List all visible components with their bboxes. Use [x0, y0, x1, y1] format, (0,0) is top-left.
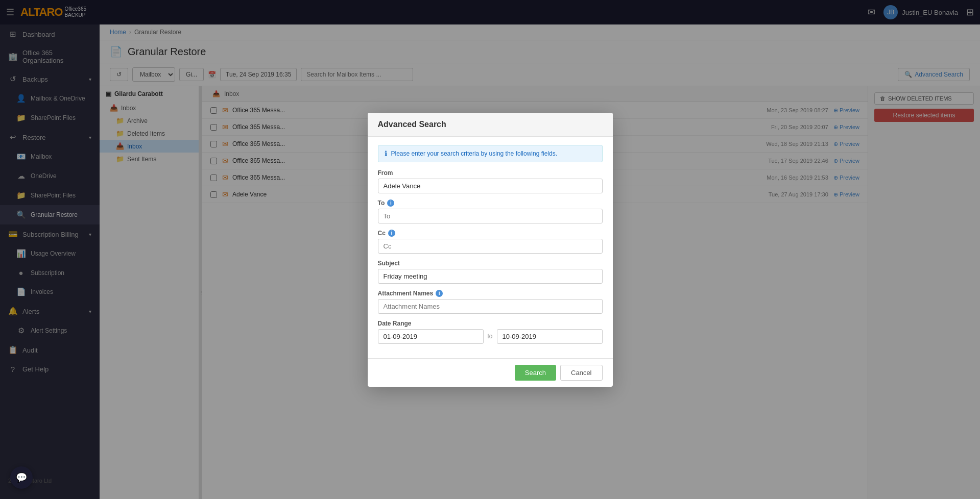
- to-field: To i: [378, 199, 603, 223]
- modal-overlay[interactable]: Advanced Search ℹ Please enter your sear…: [0, 0, 980, 499]
- chat-icon: 💬: [16, 472, 27, 483]
- subject-input[interactable]: [378, 269, 603, 284]
- attachment-names-field: Attachment Names i: [378, 290, 603, 314]
- modal-body: ℹ Please enter your search criteria by u…: [368, 137, 613, 358]
- from-label: From: [378, 169, 603, 177]
- modal-search-button[interactable]: Search: [515, 365, 556, 381]
- modal-cancel-button[interactable]: Cancel: [560, 365, 602, 381]
- subject-field: Subject: [378, 260, 603, 284]
- from-input[interactable]: [378, 179, 603, 193]
- cc-info-icon[interactable]: i: [388, 230, 395, 237]
- cc-label: Cc i: [378, 230, 603, 237]
- to-info-icon[interactable]: i: [387, 199, 394, 207]
- subject-label: Subject: [378, 260, 603, 267]
- cc-field: Cc i: [378, 230, 603, 254]
- date-range-label: Date Range: [378, 320, 603, 327]
- from-field: From: [378, 169, 603, 193]
- attachment-names-input[interactable]: [378, 299, 603, 314]
- chat-bubble[interactable]: 💬: [10, 466, 33, 489]
- modal-footer: Search Cancel: [368, 358, 613, 387]
- to-label: To i: [378, 199, 603, 207]
- cc-input[interactable]: [378, 239, 603, 254]
- to-input[interactable]: [378, 209, 603, 223]
- date-range-row: to: [378, 329, 603, 344]
- date-range-field: Date Range to: [378, 320, 603, 344]
- date-separator: to: [488, 333, 493, 340]
- attachment-info-icon[interactable]: i: [436, 290, 443, 297]
- info-circle-icon: ℹ: [385, 149, 387, 158]
- modal-header: Advanced Search: [368, 113, 613, 137]
- modal-info-message: ℹ Please enter your search criteria by u…: [378, 145, 603, 162]
- date-from-input[interactable]: [378, 329, 484, 344]
- date-to-input[interactable]: [497, 329, 603, 344]
- advanced-search-modal: Advanced Search ℹ Please enter your sear…: [368, 113, 613, 387]
- attachment-names-label: Attachment Names i: [378, 290, 603, 297]
